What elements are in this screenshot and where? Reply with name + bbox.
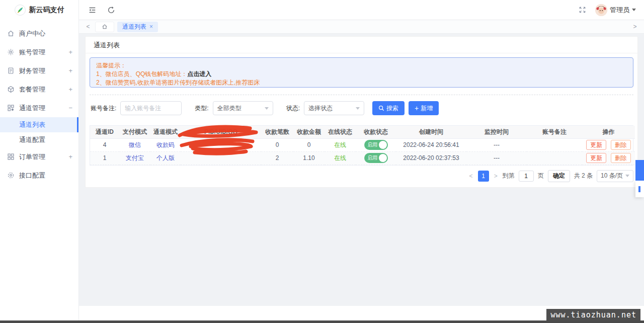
goto-page-input[interactable] bbox=[519, 171, 534, 182]
channel-mode-link[interactable]: 个人版 bbox=[156, 154, 175, 162]
rocket-logo-icon bbox=[15, 5, 26, 16]
toggle-label: 启用 bbox=[368, 141, 378, 148]
sidebar-item-label: 商户中心 bbox=[19, 29, 72, 38]
sidebar-subitem-label: 通道列表 bbox=[19, 120, 45, 129]
remark-filter-input[interactable] bbox=[120, 101, 182, 115]
notice-line-2: 2、微信赞赏码,收款单请将图片传到存储或者图床上,推荐图床 bbox=[96, 79, 627, 87]
content-area: 通道列表 温馨提示： 1、微信店员、QQ钱包解码地址：点击进入 2、微信赞赏码,… bbox=[79, 34, 644, 306]
sidebar-item-merchant-center[interactable]: 商户中心 bbox=[0, 24, 78, 43]
col-channel-id: 通道ID bbox=[90, 126, 119, 138]
topbar: 管理员 bbox=[79, 0, 644, 20]
sidebar-item-finance-mgmt[interactable]: 财务管理 + bbox=[0, 61, 78, 80]
sidebar-subitem-channel-list[interactable]: 通道列表 bbox=[0, 117, 78, 132]
watermark: www.tiaozhuan.net bbox=[546, 309, 640, 320]
enable-toggle[interactable]: 启用 bbox=[364, 153, 388, 163]
close-icon[interactable]: × bbox=[149, 23, 153, 30]
col-channel-mode: 通道模式 bbox=[150, 126, 181, 138]
cell-channel-id: 4 bbox=[90, 138, 119, 151]
sidebar-subitem-channel-config[interactable]: 通道配置 bbox=[0, 132, 78, 147]
expand-glyph: + bbox=[68, 48, 72, 56]
grid-icon bbox=[7, 104, 15, 112]
sidebar-item-label: 订单管理 bbox=[19, 152, 68, 162]
notice-enter-link[interactable]: 点击进入 bbox=[187, 70, 211, 77]
col-pay-mode: 支付模式 bbox=[119, 126, 150, 138]
tabs-scroll-left[interactable]: < bbox=[84, 23, 92, 30]
status-filter-value: 选择状态 bbox=[308, 104, 333, 113]
box-icon bbox=[7, 86, 15, 93]
col-monitor: 监控时间 bbox=[466, 126, 527, 138]
sidebar-item-channel-mgmt[interactable]: 通道管理 − bbox=[0, 99, 78, 117]
enable-toggle[interactable]: 启用 bbox=[364, 140, 388, 150]
channel-table: 通道ID 支付模式 通道模式 PID/UID/QQ 收款笔数 收款金额 在线状态… bbox=[90, 125, 633, 166]
fullscreen-icon[interactable] bbox=[577, 5, 587, 15]
toggle-label: 启用 bbox=[368, 154, 378, 162]
goto-confirm-button[interactable]: 确定 bbox=[548, 170, 570, 182]
app-window: 新云码支付 商户中心 账号管理 + 财务管理 bbox=[0, 0, 644, 323]
cell-monitor: --- bbox=[466, 138, 527, 151]
bottom-bar bbox=[0, 320, 644, 323]
sidebar-item-label: 接口配置 bbox=[19, 171, 72, 180]
remark-filter-label: 账号备注: bbox=[91, 104, 116, 113]
gear-icon bbox=[7, 48, 15, 56]
table-header-row: 通道ID 支付模式 通道模式 PID/UID/QQ 收款笔数 收款金额 在线状态… bbox=[90, 126, 635, 138]
col-collect-status: 收款状态 bbox=[356, 126, 396, 138]
status-filter-select[interactable]: 选择状态 bbox=[304, 101, 364, 115]
next-page-button[interactable]: > bbox=[493, 173, 499, 180]
delete-button[interactable]: 删除 bbox=[611, 140, 631, 150]
cell-pid-redacted bbox=[181, 151, 261, 165]
sidebar-item-label: 账号管理 bbox=[19, 48, 68, 57]
notice-line-1-text: 1、微信店员、QQ钱包解码地址： bbox=[96, 70, 187, 77]
cell-monitor: --- bbox=[466, 151, 527, 165]
col-amount: 收款金额 bbox=[293, 126, 325, 138]
settings-icon bbox=[7, 172, 15, 179]
type-filter-label: 类型: bbox=[195, 104, 208, 113]
sidebar-item-account-mgmt[interactable]: 账号管理 + bbox=[0, 43, 78, 61]
channel-mode-link[interactable]: 收款码 bbox=[156, 141, 175, 148]
col-online-status: 在线状态 bbox=[325, 126, 356, 138]
notice-title: 温馨提示： bbox=[96, 62, 627, 69]
user-menu[interactable]: 管理员 bbox=[595, 4, 636, 16]
cell-pid-redacted bbox=[181, 138, 261, 151]
channel-list-card: 通道列表 温馨提示： 1、微信店员、QQ钱包解码地址：点击进入 2、微信赞赏码,… bbox=[85, 36, 638, 188]
update-button[interactable]: 更新 bbox=[586, 140, 606, 150]
tab-channel-list[interactable]: 通道列表 × bbox=[117, 22, 158, 32]
prev-page-button[interactable]: < bbox=[468, 173, 474, 180]
search-button[interactable]: 搜索 bbox=[372, 101, 405, 115]
home-icon bbox=[7, 30, 15, 37]
tab-home[interactable] bbox=[95, 22, 114, 32]
expand-glyph: + bbox=[68, 153, 72, 160]
sidebar-item-label: 套餐管理 bbox=[19, 85, 68, 94]
pagination: < 1 > 到第 页 确定 共 2 条 10 条/页 bbox=[90, 170, 633, 182]
update-button[interactable]: 更新 bbox=[586, 153, 606, 163]
chevron-down-icon bbox=[356, 107, 360, 110]
sidebar-item-order-mgmt[interactable]: 订单管理 + bbox=[0, 147, 78, 166]
sidebar-item-label: 通道管理 bbox=[19, 104, 68, 113]
pay-mode-link[interactable]: 微信 bbox=[129, 141, 141, 148]
pay-mode-link[interactable]: 支付宝 bbox=[126, 154, 144, 162]
total-count: 共 2 条 bbox=[574, 172, 593, 180]
tabs-scroll-right[interactable]: > bbox=[631, 23, 639, 30]
cell-remark bbox=[527, 151, 582, 165]
grid-icon bbox=[7, 153, 15, 160]
page-size-select[interactable]: 10 条/页 bbox=[597, 170, 633, 182]
goto-prefix: 到第 bbox=[503, 172, 515, 180]
pagesize-dropdown-selected-fragment[interactable] bbox=[635, 160, 644, 181]
status-filter-label: 状态: bbox=[286, 104, 300, 113]
bill-icon bbox=[7, 67, 15, 74]
chevron-down-icon bbox=[625, 175, 629, 177]
cell-amount: 0 bbox=[293, 138, 325, 151]
pagesize-dropdown-option-fragment[interactable] bbox=[635, 181, 644, 197]
dashed-divider bbox=[90, 95, 633, 95]
refresh-icon[interactable] bbox=[106, 5, 116, 15]
delete-button[interactable]: 删除 bbox=[611, 153, 631, 163]
add-button[interactable]: + 新增 bbox=[409, 101, 439, 115]
col-created: 创建时间 bbox=[396, 126, 466, 138]
filter-row: 账号备注: 类型: 全部类型 状态: 选择状态 搜索 bbox=[90, 101, 633, 115]
tab-label: 通道列表 bbox=[122, 23, 146, 31]
sidebar-item-api-config[interactable]: 接口配置 bbox=[0, 166, 78, 185]
collapse-sidebar-icon[interactable] bbox=[87, 5, 97, 15]
search-icon bbox=[378, 105, 384, 111]
sidebar-item-package-mgmt[interactable]: 套餐管理 + bbox=[0, 80, 78, 99]
type-filter-select[interactable]: 全部类型 bbox=[213, 101, 273, 115]
current-page-button[interactable]: 1 bbox=[478, 171, 489, 182]
